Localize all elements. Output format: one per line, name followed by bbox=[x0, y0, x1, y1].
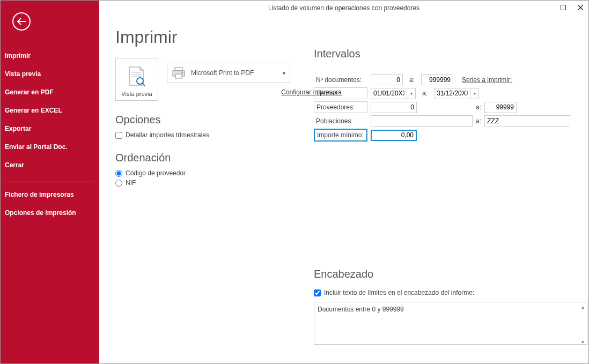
intervals-heading: Intervalos bbox=[314, 48, 576, 60]
date-to-combo: ▾ bbox=[434, 88, 479, 99]
pobl-to-input[interactable] bbox=[484, 115, 570, 127]
docs-from-input[interactable] bbox=[371, 74, 403, 85]
sidebar-item-opciones-impresion[interactable]: Opciones de impresión bbox=[1, 204, 99, 222]
chevron-down-icon: ▾ bbox=[283, 70, 285, 76]
include-limits-checkbox[interactable] bbox=[314, 289, 321, 296]
date-to-input[interactable] bbox=[434, 88, 470, 99]
sort-nif-radio[interactable] bbox=[115, 180, 122, 187]
header-heading: Encabezado bbox=[314, 268, 576, 280]
sidebar-separator bbox=[5, 182, 95, 182]
include-limits-row: Incluir texto de límites en el encabezad… bbox=[314, 289, 576, 296]
dates-label[interactable]: Fechas: bbox=[314, 87, 367, 99]
sidebar-item-cerrar[interactable]: Cerrar bbox=[1, 156, 99, 174]
document-preview-icon bbox=[127, 66, 146, 87]
include-limits-label: Incluir texto de límites en el encabezad… bbox=[324, 289, 474, 296]
detail-quarterly-checkbox[interactable] bbox=[115, 132, 122, 139]
sidebar-item-generar-excel[interactable]: Generar en EXCEL bbox=[1, 101, 99, 120]
a-label: a: bbox=[409, 76, 415, 84]
date-from-dropdown[interactable]: ▾ bbox=[407, 88, 416, 99]
pobl-label: Poblaciones: bbox=[314, 116, 367, 127]
row-poblaciones: Poblaciones: a: bbox=[314, 115, 576, 127]
header-textarea-wrap: ▴ ▾ bbox=[314, 302, 587, 346]
a-label: a: bbox=[476, 103, 481, 111]
sidebar-item-exportar[interactable]: Exportar bbox=[1, 120, 99, 138]
a-label: a: bbox=[476, 117, 481, 125]
row-documentos: Nº documentos: a: Series a imprimir: bbox=[314, 74, 576, 85]
series-link[interactable]: Series a imprimir: bbox=[462, 76, 512, 84]
sort-nif-label: NIF bbox=[126, 179, 136, 187]
detail-quarterly-label: Detallar importes trimestrales bbox=[126, 131, 209, 139]
prov-label[interactable]: Proveedores: bbox=[314, 101, 367, 113]
arrow-left-icon bbox=[17, 18, 26, 25]
header-section: Encabezado Incluir texto de límites en e… bbox=[314, 268, 576, 346]
importe-input[interactable] bbox=[371, 130, 417, 141]
sort-codigo-radio[interactable] bbox=[115, 170, 122, 177]
svg-point-13 bbox=[182, 72, 183, 73]
sidebar: Imprimir Vista previa Generar en PDF Gen… bbox=[1, 1, 99, 363]
prov-to-input[interactable] bbox=[484, 102, 517, 113]
page-title: Imprimir bbox=[115, 27, 572, 47]
print-dialog-window: Listado de volumen de operaciones con pr… bbox=[0, 0, 589, 364]
importe-label: Importe mínimo: bbox=[314, 129, 367, 142]
preview-button[interactable]: Vista previa bbox=[115, 58, 158, 101]
row-proveedores: Proveedores: a: bbox=[314, 101, 576, 113]
printer-name: Microsoft Print to PDF bbox=[191, 69, 254, 77]
scroll-up-icon[interactable]: ▴ bbox=[579, 303, 586, 310]
sidebar-list: Imprimir Vista previa Generar en PDF Gen… bbox=[1, 47, 99, 222]
docs-label: Nº documentos: bbox=[314, 75, 367, 85]
date-to-dropdown[interactable]: ▾ bbox=[470, 88, 479, 99]
right-panel: Intervalos Nº documentos: a: Series a im… bbox=[314, 48, 576, 346]
header-textarea[interactable] bbox=[314, 302, 587, 345]
sidebar-item-vista-previa[interactable]: Vista previa bbox=[1, 65, 99, 83]
prov-from-input[interactable] bbox=[371, 102, 417, 113]
row-fechas: Fechas: ▾ a: ▾ bbox=[314, 87, 576, 99]
sidebar-item-imprimir[interactable]: Imprimir bbox=[1, 47, 99, 65]
row-importe-minimo: Importe mínimo: bbox=[314, 129, 576, 142]
svg-marker-4 bbox=[129, 67, 143, 85]
sort-codigo-label: Código de proveedor bbox=[126, 169, 186, 177]
svg-rect-10 bbox=[175, 68, 182, 71]
printer-icon bbox=[172, 67, 186, 79]
sidebar-item-generar-pdf[interactable]: Generar en PDF bbox=[1, 83, 99, 101]
sidebar-item-fichero-impresoras[interactable]: Fichero de impresoras bbox=[1, 185, 99, 204]
preview-button-label: Vista previa bbox=[121, 91, 152, 97]
svg-rect-12 bbox=[175, 74, 182, 78]
a-label: a: bbox=[422, 90, 428, 97]
content-area: Imprimir Vista previa bbox=[99, 1, 588, 363]
docs-to-input[interactable] bbox=[421, 74, 453, 85]
back-button[interactable] bbox=[12, 12, 31, 31]
pobl-from-input[interactable] bbox=[371, 115, 473, 127]
date-from-combo: ▾ bbox=[371, 88, 416, 99]
sidebar-item-enviar-portal[interactable]: Enviar al Portal Doc. bbox=[1, 138, 99, 156]
scroll-down-icon[interactable]: ▾ bbox=[579, 338, 586, 345]
date-from-input[interactable] bbox=[371, 88, 407, 99]
printer-select[interactable]: Microsoft Print to PDF ▾ bbox=[167, 63, 290, 83]
